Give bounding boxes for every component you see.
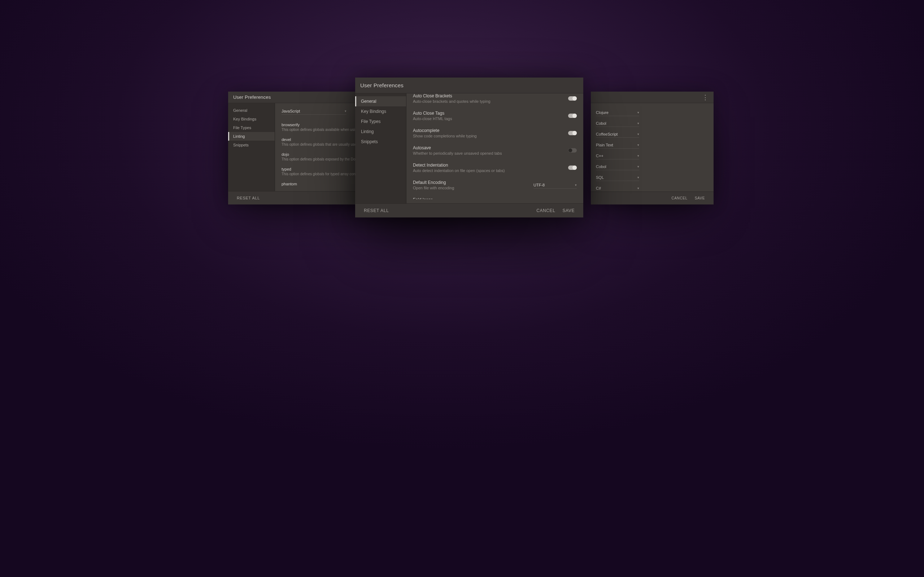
sidebar-item-file-types[interactable]: File Types — [355, 116, 406, 127]
file-type-value: Cobol — [596, 121, 606, 126]
linting-language-select[interactable]: JavaScript ▾ — [281, 108, 347, 115]
sidebar-item-snippets[interactable]: Snippets — [355, 137, 406, 147]
file-type-select[interactable]: CoffeeScript▾ — [596, 131, 639, 138]
sidebar-item-linting[interactable]: Linting — [355, 127, 406, 137]
chevron-down-icon: ▾ — [637, 143, 639, 147]
sidebar-item-general[interactable]: General — [228, 106, 275, 115]
setting-row: Default EncodingOpen file with encodingU… — [413, 176, 577, 193]
encoding-select[interactable]: UTF-8▾ — [533, 181, 577, 189]
setting-subtitle: Auto detect indentation on file open (sp… — [413, 168, 559, 173]
setting-subtitle: Whether to periodically save unsaved ope… — [413, 151, 559, 155]
cancel-button[interactable]: CANCEL — [533, 206, 559, 214]
setting-title: Autosave — [413, 145, 559, 150]
setting-title: Fold Icons — [413, 197, 559, 199]
chevron-down-icon: ▾ — [637, 176, 639, 179]
file-type-value: C++ — [596, 154, 604, 158]
file-type-select[interactable]: Plain Text▾ — [596, 141, 639, 148]
setting-row: AutosaveWhether to periodically save uns… — [413, 142, 577, 159]
setting-subtitle: Auto-close brackets and quotes while typ… — [413, 99, 559, 103]
setting-title: Autocomplete — [413, 128, 559, 133]
file-type-value: Cobol — [596, 164, 606, 169]
prefs-window-general: User Preferences General Key Bindings Fi… — [355, 77, 583, 218]
file-type-value: Plain Text — [596, 143, 613, 147]
toggle[interactable] — [568, 114, 577, 118]
file-types-panel: Clojure▾Cobol▾CoffeeScript▾Plain Text▾C+… — [591, 103, 714, 192]
sidebar-item-snippets[interactable]: Snippets — [228, 141, 275, 149]
sidebar-item-file-types[interactable]: File Types — [228, 123, 275, 132]
file-type-select[interactable]: Cobol▾ — [596, 163, 639, 170]
sidebar-item-key-bindings[interactable]: Key Bindings — [228, 115, 275, 123]
chevron-down-icon: ▾ — [637, 165, 639, 168]
sidebar: General Key Bindings File Types Linting … — [228, 103, 275, 191]
setting-title: Auto Close Brackets — [413, 93, 559, 98]
file-type-value: C# — [596, 186, 601, 190]
overflow-menu-icon[interactable]: ⋮ — [702, 94, 709, 101]
chevron-down-icon: ▾ — [637, 132, 639, 136]
select-value: UTF-8 — [533, 183, 544, 187]
chevron-down-icon: ▾ — [575, 183, 577, 187]
file-type-value: CoffeeScript — [596, 132, 617, 136]
sidebar: General Key Bindings File Types Linting … — [355, 93, 406, 203]
toggle[interactable] — [568, 148, 577, 153]
window-title: User Preferences — [233, 95, 271, 100]
chevron-down-icon: ▾ — [637, 121, 639, 125]
setting-subtitle: Open file with encoding — [413, 186, 525, 190]
setting-title: Default Encoding — [413, 180, 525, 185]
file-type-select[interactable]: C#▾ — [596, 185, 639, 192]
file-type-select[interactable]: Clojure▾ — [596, 109, 639, 116]
sidebar-item-linting[interactable]: Linting — [228, 132, 275, 141]
setting-subtitle: Show code completions while typing — [413, 134, 559, 138]
reset-all-button[interactable]: RESET ALL — [233, 194, 263, 201]
toggle[interactable] — [568, 96, 577, 101]
toggle[interactable] — [568, 166, 577, 170]
file-type-select[interactable]: Cobol▾ — [596, 120, 639, 127]
chevron-down-icon: ▾ — [345, 109, 347, 113]
setting-title: Detect Indentation — [413, 163, 559, 168]
setting-title: Auto Close Tags — [413, 111, 559, 116]
save-button[interactable]: SAVE — [559, 206, 578, 214]
titlebar: ⋮ — [591, 92, 714, 103]
chevron-down-icon: ▾ — [637, 187, 639, 190]
file-type-value: SQL — [596, 175, 604, 180]
setting-row: Auto Close TagsAuto-close HTML tags — [413, 107, 577, 124]
file-type-value: Clojure — [596, 110, 609, 115]
reset-all-button[interactable]: RESET ALL — [360, 206, 393, 214]
save-button[interactable]: SAVE — [691, 195, 709, 201]
cancel-button[interactable]: CANCEL — [668, 195, 691, 201]
toggle[interactable] — [568, 131, 577, 135]
file-type-select[interactable]: SQL▾ — [596, 174, 639, 181]
dialog-footer: RESET ALL CANCEL SAVE — [355, 203, 583, 218]
chevron-down-icon: ▾ — [637, 111, 639, 114]
chevron-down-icon: ▾ — [637, 154, 639, 158]
setting-row: Fold IconsShow fold icons in gutter — [413, 193, 577, 199]
sidebar-item-key-bindings[interactable]: Key Bindings — [355, 106, 406, 116]
general-panel: Auto Close BracketsAuto-close brackets a… — [406, 93, 583, 203]
file-type-select[interactable]: C++▾ — [596, 152, 639, 160]
titlebar: User Preferences — [355, 77, 583, 93]
prefs-window-file-types: ⋮ Clojure▾Cobol▾CoffeeScript▾Plain Text▾… — [591, 92, 714, 205]
sidebar-item-general[interactable]: General — [355, 96, 406, 106]
window-title: User Preferences — [360, 82, 404, 89]
linting-language-value: JavaScript — [281, 109, 300, 113]
dialog-footer: CANCEL SAVE — [591, 192, 714, 205]
setting-row: Detect IndentationAuto detect indentatio… — [413, 159, 577, 176]
setting-subtitle: Auto-close HTML tags — [413, 116, 559, 121]
setting-row: AutocompleteShow code completions while … — [413, 124, 577, 142]
setting-row: Auto Close BracketsAuto-close brackets a… — [413, 93, 577, 107]
